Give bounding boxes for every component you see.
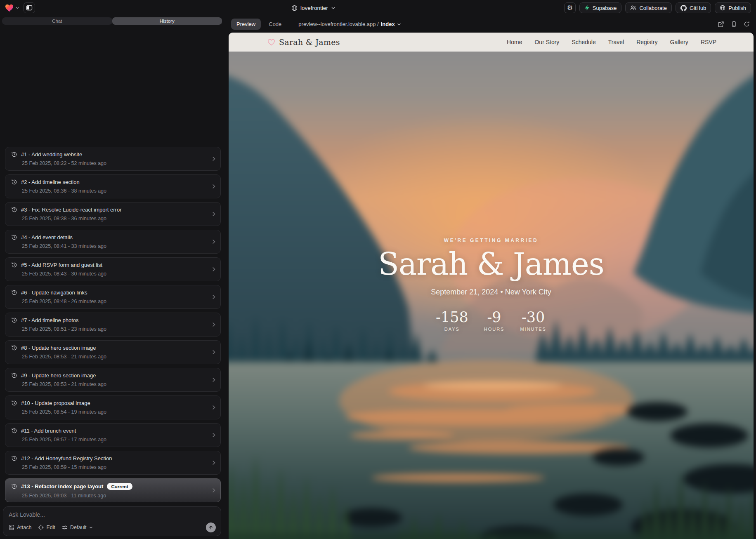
site-brand[interactable]: Sarah & James	[267, 38, 340, 47]
history-item-timestamp: 25 Feb 2025, 08:51 - 23 minutes ago	[22, 326, 208, 332]
preview-url[interactable]: preview--lovefrontier.lovable.app / inde…	[298, 21, 401, 27]
smartphone-icon	[731, 21, 737, 27]
project-name: lovefrontier	[300, 5, 328, 11]
refresh-button[interactable]	[742, 20, 751, 28]
send-button[interactable]	[206, 523, 216, 532]
publish-button[interactable]: Publish	[715, 2, 751, 13]
history-item-title: #9 - Update hero section image	[21, 372, 96, 379]
countdown-label: MINUTES	[520, 327, 546, 332]
history-item-timestamp: 25 Feb 2025, 08:57 - 17 minutes ago	[22, 437, 208, 442]
tab-history[interactable]: History	[112, 17, 222, 25]
edit-button[interactable]: Edit	[38, 525, 55, 530]
globe-icon	[720, 5, 725, 11]
site-nav-link[interactable]: Travel	[608, 39, 624, 45]
hero-section: WE'RE GETTING MARRIED Sarah & James Sept…	[229, 238, 754, 332]
chevron-right-icon	[211, 212, 216, 217]
current-badge: Current	[107, 483, 132, 490]
app-window: lovefrontier ⚙ Supabase C	[0, 0, 756, 539]
preview-url-base: preview--lovefrontier.lovable.app /	[298, 21, 378, 27]
history-clock-icon	[11, 400, 17, 406]
chevron-right-icon	[211, 433, 216, 438]
chevron-down-icon	[89, 526, 93, 530]
history-item[interactable]: #13 - Refactor index page layout Current…	[5, 478, 221, 502]
history-item-timestamp: 25 Feb 2025, 08:43 - 30 minutes ago	[22, 271, 208, 277]
chevron-right-icon	[211, 460, 216, 465]
mobile-view-button[interactable]	[730, 20, 738, 28]
countdown-label: DAYS	[436, 327, 468, 332]
open-external-button[interactable]	[716, 20, 725, 29]
site-nav-link[interactable]: RSVP	[701, 39, 716, 45]
history-item-title: #6 - Update navigation links	[21, 290, 87, 296]
sidebar-toggle-button[interactable]	[24, 2, 35, 13]
chevron-down-icon	[15, 6, 19, 10]
site-brand-name: Sarah & James	[279, 38, 340, 47]
site-nav-link[interactable]: Our Story	[534, 39, 559, 45]
history-clock-icon	[11, 372, 17, 379]
tab-chat[interactable]: Chat	[2, 17, 112, 25]
history-item[interactable]: #6 - Update navigation links 25 Feb 2025…	[5, 285, 221, 309]
history-list[interactable]: #1 - Add wedding website 25 Feb 2025, 08…	[5, 25, 221, 502]
site-nav-link[interactable]: Home	[507, 39, 522, 45]
chevron-down-icon	[397, 22, 401, 26]
chevron-right-icon	[211, 267, 216, 272]
history-item[interactable]: #1 - Add wedding website 25 Feb 2025, 08…	[5, 147, 221, 171]
hero-date-location: September 21, 2024 • New York City	[229, 288, 754, 297]
history-clock-icon	[11, 428, 17, 434]
tab-preview[interactable]: Preview	[231, 19, 261, 30]
history-item-title: #8 - Update hero section image	[21, 345, 96, 351]
composer: Attach Edit	[3, 506, 221, 536]
heart-outline-icon	[267, 39, 275, 46]
history-item-timestamp: 25 Feb 2025, 08:54 - 19 minutes ago	[22, 409, 208, 415]
chevron-right-icon	[211, 405, 216, 410]
users-icon	[630, 5, 636, 11]
history-item[interactable]: #2 - Add timeline section 25 Feb 2025, 0…	[5, 174, 221, 198]
history-clock-icon	[11, 455, 17, 461]
chevron-right-icon	[211, 322, 216, 327]
countdown-unit: -158 DAYS	[436, 309, 468, 332]
prompt-input[interactable]	[9, 511, 216, 518]
history-item-timestamp: 25 Feb 2025, 08:48 - 26 minutes ago	[22, 299, 208, 304]
countdown-value: -158	[436, 309, 468, 325]
history-item-title: #10 - Update proposal image	[21, 400, 90, 406]
settings-button[interactable]: ⚙	[564, 2, 576, 13]
history-item-timestamp: 25 Feb 2025, 08:41 - 33 minutes ago	[22, 243, 208, 249]
history-item-title: #11 - Add brunch event	[21, 428, 76, 434]
countdown-unit: -30 MINUTES	[520, 309, 546, 332]
site-nav-link[interactable]: Registry	[636, 39, 657, 45]
lovable-menu[interactable]	[5, 4, 19, 12]
tab-code[interactable]: Code	[263, 19, 287, 30]
refresh-icon	[744, 21, 750, 27]
chevron-right-icon	[211, 184, 216, 189]
history-item[interactable]: #11 - Add brunch event 25 Feb 2025, 08:5…	[5, 423, 221, 447]
app-topbar: lovefrontier ⚙ Supabase C	[0, 0, 756, 16]
preview-pane: Preview Code preview--lovefrontier.lovab…	[224, 16, 756, 539]
history-item-title: #12 - Add Honeyfund Registry Section	[21, 455, 112, 461]
history-item-title: #13 - Refactor index page layout	[21, 483, 103, 490]
history-clock-icon	[11, 262, 17, 268]
history-item-title: #3 - Fix: Resolve Lucide-react import er…	[21, 207, 121, 213]
project-switcher[interactable]: lovefrontier	[291, 0, 335, 16]
history-item[interactable]: #9 - Update hero section image 25 Feb 20…	[5, 368, 221, 392]
supabase-bolt-icon	[584, 5, 590, 11]
mode-select[interactable]: Default	[62, 525, 93, 530]
site-nav-link[interactable]: Schedule	[572, 39, 595, 45]
history-item[interactable]: #7 - Add timeline photos 25 Feb 2025, 08…	[5, 313, 221, 337]
history-item[interactable]: #4 - Add event details 25 Feb 2025, 08:4…	[5, 230, 221, 254]
countdown-label: HOURS	[484, 327, 505, 332]
supabase-button[interactable]: Supabase	[579, 2, 622, 13]
history-clock-icon	[11, 345, 17, 351]
history-item[interactable]: #3 - Fix: Resolve Lucide-react import er…	[5, 202, 221, 226]
collaborate-button[interactable]: Collaborate	[625, 2, 672, 13]
history-item[interactable]: #5 - Add RSVP form and guest list 25 Feb…	[5, 257, 221, 281]
site-nav-link[interactable]: Gallery	[670, 39, 688, 45]
history-item-title: #1 - Add wedding website	[21, 151, 82, 158]
external-link-icon	[718, 21, 724, 28]
history-item[interactable]: #8 - Update hero section image 25 Feb 20…	[5, 340, 221, 364]
history-item[interactable]: #12 - Add Honeyfund Registry Section 25 …	[5, 451, 221, 475]
github-button[interactable]: GitHub	[676, 2, 711, 13]
chat-history-panel: Chat History #1 - Add wedding website	[0, 16, 224, 539]
countdown: -158 DAYS -9 HOURS -30 MINUTES	[229, 309, 754, 332]
attach-button[interactable]: Attach	[9, 525, 31, 530]
history-item[interactable]: #10 - Update proposal image 25 Feb 2025,…	[5, 395, 221, 419]
countdown-value: -30	[520, 309, 546, 325]
